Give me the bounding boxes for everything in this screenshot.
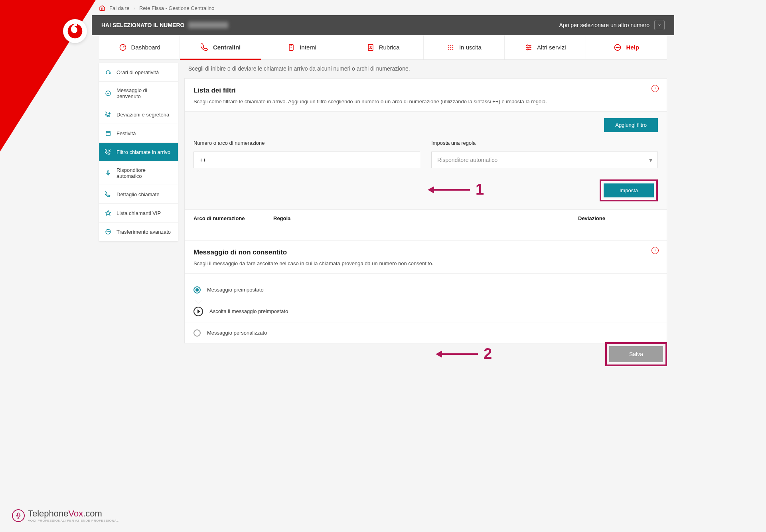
- radio-preset[interactable]: [193, 286, 201, 294]
- salva-button[interactable]: Salva: [609, 346, 663, 362]
- menu-benvenuto-label: Messaggio di benvenuto: [116, 87, 172, 99]
- menu-vip[interactable]: Lista chiamanti VIP: [99, 204, 178, 223]
- svg-point-10: [452, 47, 454, 48]
- header-select-label: Apri per selezionare un altro numero: [559, 22, 650, 28]
- message-info-icon[interactable]: i: [651, 247, 659, 254]
- tab-dashboard[interactable]: Dashboard: [99, 35, 180, 59]
- salva-highlight: Salva: [605, 342, 667, 366]
- menu-orari[interactable]: Orari di operatività: [99, 63, 178, 82]
- header-bar: HAI SELEZIONATO IL NUMERO Apri per selez…: [92, 15, 674, 35]
- svg-point-20: [619, 47, 620, 48]
- annotation-number-2: 2: [484, 345, 492, 363]
- tab-help[interactable]: Help: [586, 35, 667, 59]
- menu-dettaglio[interactable]: Dettaglio chiamate: [99, 185, 178, 204]
- tab-dashboard-label: Dashboard: [131, 44, 160, 51]
- phone-icon: [287, 43, 296, 52]
- svg-point-4: [370, 46, 371, 47]
- svg-point-16: [527, 49, 529, 50]
- menu-festivita-label: Festività: [116, 130, 136, 136]
- filters-desc: Scegli come filtrare le chiamate in arri…: [193, 98, 658, 106]
- filters-table-header: Arco di numerazione Regola Deviazione: [185, 209, 667, 227]
- home-icon[interactable]: [99, 5, 105, 11]
- brand-logo[interactable]: [63, 19, 87, 43]
- svg-rect-22: [106, 131, 111, 136]
- svg-point-12: [450, 49, 452, 50]
- svg-point-26: [107, 231, 107, 232]
- salva-row: Salva: [184, 342, 667, 366]
- footer-brand: TelephoneVox.com: [28, 508, 120, 519]
- phone-incoming-icon: [105, 148, 112, 156]
- phone-forward-icon: [105, 111, 112, 118]
- menu-deviazioni-label: Deviazioni e segreteria: [116, 112, 169, 118]
- tab-servizi-label: Altri servizi: [537, 44, 566, 51]
- breadcrumb: Fai da te › Rete Fissa - Gestione Centra…: [99, 5, 215, 11]
- imposta-button[interactable]: Imposta: [604, 183, 654, 197]
- svg-point-13: [452, 49, 454, 50]
- filters-info-icon[interactable]: i: [651, 85, 659, 92]
- menu-risponditore[interactable]: Risponditore automatico: [99, 162, 178, 185]
- headset-icon: [105, 69, 112, 76]
- annotation-arrow-1: 1: [428, 181, 484, 198]
- more-icon: [105, 228, 112, 235]
- number-field-label: Numero o arco di numerazione: [193, 140, 420, 146]
- number-input[interactable]: [193, 152, 420, 168]
- message-icon: [105, 90, 112, 97]
- mic-icon: [105, 169, 112, 177]
- breadcrumb-separator: ›: [134, 5, 135, 11]
- menu-trasferimento[interactable]: Trasferimento avanzato: [99, 223, 178, 241]
- message-panel: Messaggio di non consentito Scegli il me…: [184, 240, 667, 343]
- tab-centralini[interactable]: Centralini: [180, 35, 261, 59]
- chat-icon: [613, 43, 622, 52]
- phone-detail-icon: [105, 191, 112, 198]
- header-label: HAI SELEZIONATO IL NUMERO: [101, 22, 184, 28]
- tab-uscita-label: In uscita: [459, 44, 482, 51]
- breadcrumb-page: Rete Fissa - Gestione Centralino: [139, 5, 215, 11]
- add-filter-button[interactable]: Aggiungi filtro: [604, 118, 658, 132]
- svg-rect-2: [289, 44, 293, 50]
- menu-filtro-label: Filtro chiamate in arrivo: [116, 149, 170, 155]
- microphone-icon: [12, 509, 25, 522]
- menu-vip-label: Lista chiamanti VIP: [116, 210, 161, 216]
- annotation-arrow-2: 2: [436, 345, 492, 363]
- svg-point-6: [450, 45, 452, 46]
- menu-orari-label: Orari di operatività: [116, 69, 159, 75]
- radio-custom[interactable]: [193, 329, 201, 337]
- tab-rubrica-label: Rubrica: [379, 44, 400, 51]
- svg-point-14: [527, 45, 528, 46]
- svg-marker-24: [105, 210, 111, 215]
- imposta-highlight: Imposta: [600, 179, 658, 201]
- gauge-icon: [118, 43, 127, 52]
- tab-rubrica[interactable]: Rubrica: [342, 35, 423, 59]
- menu-festivita[interactable]: Festività: [99, 124, 178, 143]
- tab-centralini-label: Centralini: [213, 44, 241, 51]
- number-selector-dropdown[interactable]: [654, 20, 665, 30]
- svg-point-11: [448, 49, 450, 50]
- menu-deviazioni[interactable]: Deviazioni e segreteria: [99, 105, 178, 124]
- menu-trasferimento-label: Trasferimento avanzato: [116, 229, 171, 235]
- header-number-blurred: [188, 22, 228, 28]
- rule-select[interactable]: Risponditore automatico: [431, 152, 658, 168]
- svg-rect-23: [107, 171, 109, 173]
- page-intro: Scegli di inibire o di deviare le chiama…: [188, 65, 410, 72]
- svg-point-8: [448, 47, 450, 48]
- tab-interni-label: Interni: [300, 44, 316, 51]
- annotation-number-1: 1: [476, 181, 484, 198]
- side-menu: Orari di operatività Messaggio di benven…: [99, 63, 178, 241]
- tab-uscita[interactable]: In uscita: [424, 35, 505, 59]
- menu-filtro[interactable]: Filtro chiamate in arrivo: [99, 143, 178, 162]
- play-label: Ascolta il messaggio preimpostato: [209, 308, 288, 314]
- table-col-arco: Arco di numerazione: [193, 215, 273, 221]
- footer-logo: TelephoneVox.com VOCI PROFESSIONALI PER …: [12, 508, 120, 522]
- play-button[interactable]: [193, 307, 203, 316]
- breadcrumb-home[interactable]: Fai da te: [109, 5, 130, 11]
- svg-point-18: [616, 47, 617, 48]
- tab-interni[interactable]: Interni: [261, 35, 342, 59]
- rule-field-label: Imposta una regola: [431, 140, 658, 146]
- svg-point-19: [618, 47, 618, 48]
- tab-servizi[interactable]: Altri servizi: [505, 35, 586, 59]
- svg-point-28: [109, 231, 109, 232]
- table-col-regola: Regola: [273, 215, 578, 221]
- menu-benvenuto[interactable]: Messaggio di benvenuto: [99, 82, 178, 105]
- svg-point-15: [529, 47, 531, 48]
- radio-preset-label: Messaggio preimpostato: [207, 287, 264, 293]
